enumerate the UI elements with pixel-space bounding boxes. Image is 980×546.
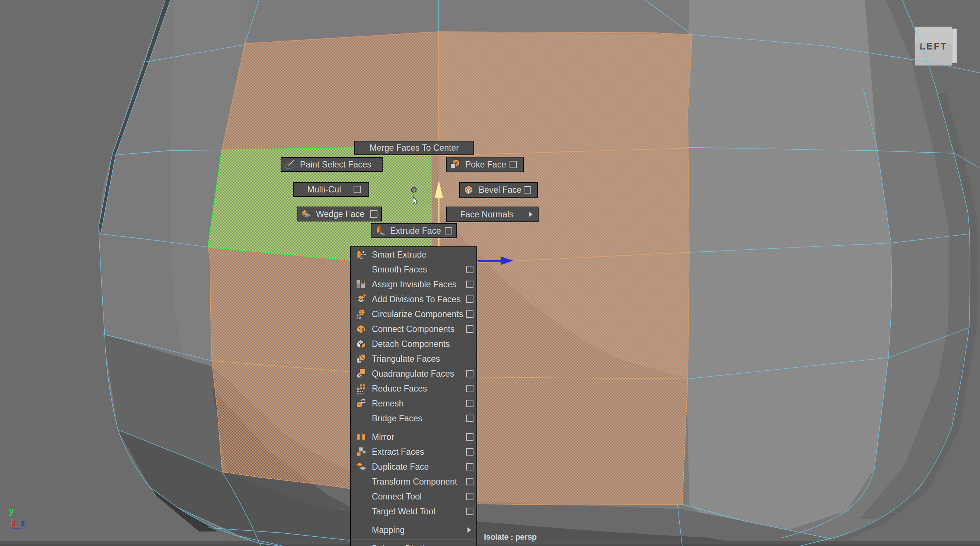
svg-text:LEFT: LEFT xyxy=(920,41,948,51)
